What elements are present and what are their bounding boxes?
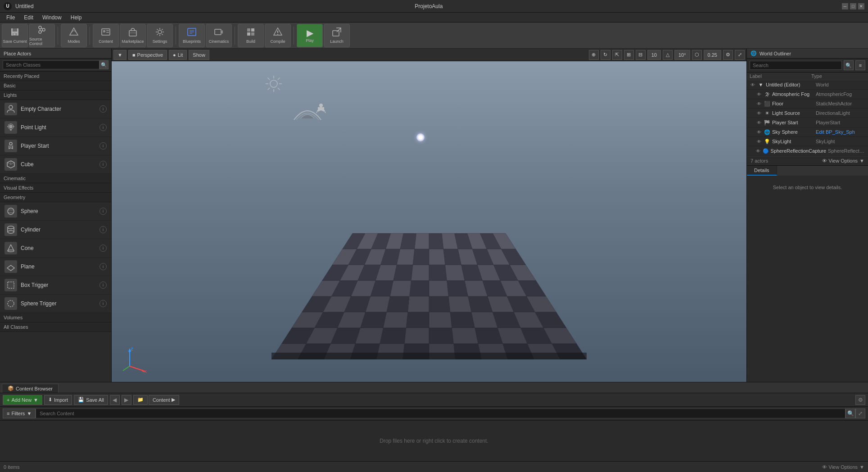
actor-item-sphere-trigger[interactable]: Sphere Trigger i — [0, 295, 111, 313]
3d-viewport[interactable]: Z X — [112, 61, 746, 382]
actor-item-cube[interactable]: Cube i — [0, 155, 111, 174]
vis-icon-sky-sphere[interactable]: 👁 — [756, 129, 762, 135]
transform-icon-btn[interactable]: ⊕ — [589, 50, 599, 60]
actor-item-sphere[interactable]: Sphere i — [0, 202, 111, 221]
modes-button[interactable]: Modes — [61, 24, 87, 47]
show-button[interactable]: Show — [189, 50, 209, 60]
outliner-search-input[interactable] — [750, 61, 842, 70]
outliner-item-atmospheric-fog[interactable]: 👁 🌫 Atmospheric Fog AtmosphericFog — [747, 90, 868, 99]
search-classes-input[interactable] — [3, 60, 99, 69]
filters-button[interactable]: ≡ Filters ▼ — [3, 408, 36, 418]
grid-size-btn[interactable]: 10 — [647, 50, 661, 60]
outliner-search-btn[interactable]: 🔍 — [844, 60, 854, 70]
rotation-snap-btn[interactable]: 10° — [674, 50, 690, 60]
world-icon-btn[interactable]: ⊞ — [624, 50, 634, 60]
content-browser-expand-btn[interactable]: ⤢ — [855, 408, 865, 418]
viewport-arrow-button[interactable]: ▼ — [113, 50, 127, 60]
player-start-info[interactable]: i — [99, 142, 107, 150]
content-search-input[interactable] — [36, 408, 845, 418]
sphere-info[interactable]: i — [99, 208, 107, 215]
details-tab[interactable]: Details — [747, 166, 777, 176]
menu-file[interactable]: File — [2, 14, 19, 22]
empty-character-info[interactable]: i — [99, 105, 107, 113]
view-options-footer[interactable]: 👁 View Options ▼ — [822, 464, 865, 470]
vis-icon-player-start[interactable]: 👁 — [756, 119, 762, 126]
scale-snap-btn[interactable]: 0.25 — [704, 50, 721, 60]
cone-info[interactable]: i — [99, 245, 107, 252]
category-lights[interactable]: Lights — [0, 91, 111, 100]
content-browser-content[interactable]: Drop files here or right click to create… — [0, 421, 868, 461]
box-trigger-info[interactable]: i — [99, 281, 107, 289]
search-classes-button[interactable]: 🔍 — [99, 60, 108, 69]
actor-item-plane[interactable]: Plane i — [0, 258, 111, 276]
save-current-button[interactable]: Save Current — [2, 24, 28, 47]
close-button[interactable]: ✕ — [858, 3, 864, 9]
outliner-item-world[interactable]: 👁 ▼ Untitled (Editor) World — [747, 80, 868, 90]
plane-info[interactable]: i — [99, 263, 107, 270]
outliner-item-sphere-reflection[interactable]: 👁 🔵 SphereReflectionCapture SphereReflec… — [747, 146, 868, 156]
outliner-view-options[interactable]: 👁 View Options ▼ — [822, 158, 865, 163]
save-all-button[interactable]: 💾 Save All — [74, 395, 108, 405]
outliner-item-floor[interactable]: 👁 ⬛ Floor StaticMeshActor — [747, 99, 868, 109]
content-browser-tab[interactable]: 📦 Content Browser — [2, 384, 59, 393]
outliner-filter-btn[interactable]: ≡ — [855, 60, 865, 70]
vis-icon-sphere-reflection[interactable]: 👁 — [756, 148, 761, 154]
perspective-button[interactable]: ■ Perspective — [128, 50, 167, 60]
compile-button[interactable]: Compile — [265, 24, 291, 47]
actor-item-box-trigger[interactable]: Box Trigger i — [0, 276, 111, 295]
settings-button[interactable]: Settings — [147, 24, 173, 47]
vis-icon-light-source[interactable]: 👁 — [756, 110, 762, 116]
add-new-button[interactable]: + Add New ▼ — [3, 395, 42, 405]
category-recently-placed[interactable]: Recently Placed — [0, 72, 111, 81]
actor-item-empty-character[interactable]: Empty Character i — [0, 100, 111, 118]
point-light-info[interactable]: i — [99, 124, 107, 131]
vis-icon-floor[interactable]: 👁 — [756, 100, 762, 107]
marketplace-button[interactable]: Marketplace — [120, 24, 146, 47]
menu-window[interactable]: Window — [38, 14, 66, 22]
build-button[interactable]: Build — [238, 24, 264, 47]
menu-help[interactable]: Help — [66, 14, 86, 22]
actor-item-cone[interactable]: Cone i — [0, 239, 111, 258]
scale-snap-icon-btn[interactable]: ⬡ — [692, 50, 702, 60]
lit-button[interactable]: ● Lit — [169, 50, 187, 60]
vis-icon-atmo-fog[interactable]: 👁 — [756, 91, 762, 97]
scale-icon-btn[interactable]: ⇱ — [612, 50, 622, 60]
vis-icon-world[interactable]: 👁 — [750, 82, 756, 88]
menu-edit[interactable]: Edit — [19, 14, 38, 22]
viewport-settings-btn[interactable]: ⚙ — [723, 50, 733, 60]
outliner-item-sky-sphere[interactable]: 👁 🌐 Sky Sphere Edit BP_Sky_Sph — [747, 127, 868, 137]
cube-info[interactable]: i — [99, 161, 107, 168]
category-volumes[interactable]: Volumes — [0, 313, 111, 322]
import-button[interactable]: ⬇ Import — [44, 395, 72, 405]
category-basic[interactable]: Basic — [0, 81, 111, 91]
content-path-icon-btn[interactable]: 📁 — [133, 395, 148, 405]
category-cinematic[interactable]: Cinematic — [0, 174, 111, 183]
viewport-maximize-btn[interactable]: ⤢ — [735, 50, 745, 60]
category-geometry[interactable]: Geometry — [0, 193, 111, 202]
source-control-button[interactable]: Source Control — [29, 24, 55, 47]
nav-forward-button[interactable]: ▶ — [122, 395, 131, 405]
category-visual-effects[interactable]: Visual Effects — [0, 183, 111, 193]
sphere-trigger-info[interactable]: i — [99, 300, 107, 307]
maximize-button[interactable]: □ — [850, 3, 856, 9]
nav-back-button[interactable]: ◀ — [110, 395, 120, 405]
rotate-icon-btn[interactable]: ↻ — [601, 50, 610, 60]
grid-icon-btn[interactable]: ⊟ — [636, 50, 646, 60]
outliner-item-light-source[interactable]: 👁 ☀ Light Source DirectionalLight — [747, 109, 868, 118]
outliner-item-skylight[interactable]: 👁 💡 SkyLight SkyLight — [747, 137, 868, 146]
launch-button[interactable]: Launch — [324, 24, 350, 47]
blueprints-button[interactable]: Blueprints — [179, 24, 205, 47]
vis-icon-skylight[interactable]: 👁 — [756, 138, 762, 145]
cylinder-info[interactable]: i — [99, 226, 107, 233]
content-search-btn[interactable]: 🔍 — [845, 408, 855, 418]
content-browser-settings-btn[interactable]: ⚙ — [855, 395, 865, 405]
minimize-button[interactable]: ─ — [842, 3, 848, 9]
cinematics-button[interactable]: Cinematics — [206, 24, 232, 47]
actor-item-player-start[interactable]: Player Start i — [0, 137, 111, 155]
play-button[interactable]: ▶ Play — [297, 24, 323, 47]
category-all-classes[interactable]: All Classes — [0, 322, 111, 332]
content-button[interactable]: Content — [93, 24, 119, 47]
snap-icon-btn[interactable]: △ — [663, 50, 673, 60]
actor-item-cylinder[interactable]: Cylinder i — [0, 221, 111, 239]
content-path-btn[interactable]: Content ▶ — [149, 395, 180, 405]
